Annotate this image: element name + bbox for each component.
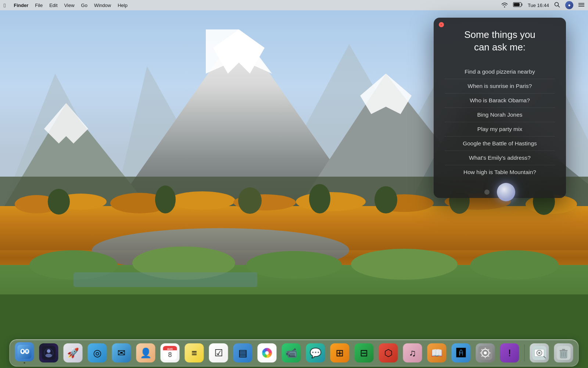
dock-item-launchpad[interactable]: 🚀 — [62, 342, 84, 364]
dock-item-facetime[interactable]: 📹 — [280, 342, 302, 364]
dock-icon-ibooks: 📖 — [427, 343, 447, 362]
dock-icon-prefs — [476, 343, 495, 362]
dock-icon-dashboard: ⊞ — [330, 343, 349, 362]
siri-title: Some things youcan ask me: — [464, 29, 535, 54]
siri-close-button[interactable]: × — [439, 22, 444, 27]
apple-menu[interactable]:  — [4, 2, 6, 8]
dock-icon-keynote: ⬡ — [379, 343, 398, 362]
svg-point-17 — [296, 192, 366, 211]
svg-point-24 — [309, 184, 330, 213]
siri-suggestion-3[interactable]: Bing Norah Jones — [445, 108, 555, 122]
dock-item-finder[interactable] — [14, 342, 36, 364]
dock-item-reminders[interactable]: ☑ — [208, 342, 230, 364]
svg-point-34 — [470, 250, 559, 280]
siri-suggestion-0[interactable]: Find a good pizzeria nearby — [445, 65, 555, 79]
view-menu[interactable]: View — [64, 3, 75, 8]
svg-rect-39 — [514, 3, 520, 6]
siri-suggestions: Find a good pizzeria nearbyWhen is sunri… — [445, 65, 555, 179]
svg-point-21 — [48, 189, 70, 215]
battery-icon[interactable] — [513, 2, 523, 8]
dock-item-dashboard[interactable]: ⊞ — [329, 342, 351, 364]
svg-line-79 — [482, 349, 482, 350]
user-icon[interactable]: ● — [565, 1, 573, 9]
svg-point-23 — [238, 187, 262, 214]
svg-point-55 — [46, 354, 52, 357]
siri-orb[interactable] — [497, 183, 515, 201]
siri-suggestion-7[interactable]: How high is Table Mountain? — [445, 165, 555, 179]
svg-text:8: 8 — [168, 351, 172, 358]
dock-item-keynote[interactable]: ⬡ — [377, 342, 399, 364]
edit-menu[interactable]: Edit — [49, 3, 57, 8]
siri-panel: × Some things youcan ask me: Find a good… — [434, 18, 566, 198]
dock-item-facetime2[interactable]: 💬 — [305, 342, 327, 364]
dock-separator — [524, 344, 525, 361]
dock-item-photos-album[interactable]: ▤ — [232, 342, 254, 364]
dock-icon-photos-album: ▤ — [233, 343, 252, 362]
svg-point-25 — [374, 186, 397, 213]
dock-icon-mail: ✉ — [112, 343, 131, 362]
siri-suggestion-5[interactable]: Google the Battle of Hastings — [445, 137, 555, 151]
dock-icon-contacts: 👤 — [136, 343, 155, 362]
dock-item-imageview[interactable] — [528, 342, 551, 364]
svg-rect-38 — [521, 4, 523, 6]
menubar-right: Tue 16:44 ● — [501, 1, 584, 9]
svg-line-41 — [558, 6, 560, 7]
dock-icon-facetime2: 💬 — [306, 343, 325, 362]
dock-icon-trash — [554, 343, 573, 362]
finder-menu[interactable]: Finder — [14, 3, 28, 8]
dock-icon-finder — [15, 342, 34, 361]
dock-icon-notes: ≡ — [185, 343, 204, 362]
siri-suggestion-1[interactable]: When is sunrise in Paris? — [445, 79, 555, 93]
go-menu[interactable]: Go — [81, 3, 87, 8]
svg-line-81 — [488, 349, 489, 350]
menubar:  Finder File Edit View Go Window Help — [0, 0, 588, 10]
dock-icon-reminders: ☑ — [209, 343, 228, 362]
dock-item-trash[interactable] — [553, 342, 575, 364]
dock-item-pa[interactable]: ! — [499, 342, 521, 364]
dock-item-photos[interactable] — [256, 342, 278, 364]
siri-suggestion-4[interactable]: Play my party mix — [445, 122, 555, 137]
dock-item-prefs[interactable] — [474, 342, 496, 364]
dock-item-ibooks[interactable]: 📖 — [426, 342, 448, 364]
dock-item-safari[interactable]: ◎ — [86, 342, 108, 364]
dock-item-calendar[interactable]: AUG 8 — [159, 342, 181, 364]
dock-icon-pa: ! — [500, 343, 519, 362]
dock-item-contacts[interactable]: 👤 — [135, 342, 157, 364]
svg-point-15 — [169, 191, 235, 210]
window-menu[interactable]: Window — [94, 3, 111, 8]
controlcenter-icon[interactable] — [578, 3, 584, 8]
dock-icon-itunes: ♫ — [403, 343, 422, 362]
dock-icon-imageview — [530, 343, 549, 362]
dock-item-numbers[interactable]: ⊟ — [353, 342, 375, 364]
clock[interactable]: Tue 16:44 — [528, 3, 549, 8]
file-menu[interactable]: File — [35, 3, 43, 8]
desktop:  Finder File Edit View Go Window Help — [0, 0, 588, 368]
dock-item-mail[interactable]: ✉ — [111, 342, 133, 364]
svg-point-73 — [484, 351, 487, 354]
dock-item-itunes[interactable]: ♫ — [402, 342, 424, 364]
svg-point-70 — [266, 351, 269, 354]
svg-rect-36 — [74, 272, 257, 287]
menubar-left:  Finder File Edit View Go Window Help — [4, 2, 501, 8]
svg-text:AUG: AUG — [167, 348, 173, 350]
wifi-icon[interactable] — [501, 2, 508, 8]
svg-point-85 — [538, 352, 541, 354]
siri-suggestion-6[interactable]: What's Emily's address? — [445, 151, 555, 165]
svg-point-22 — [155, 185, 176, 213]
help-menu[interactable]: Help — [118, 3, 128, 8]
dock-icon-calendar: AUG 8 — [161, 343, 180, 362]
dock-icon-facetime: 📹 — [282, 343, 301, 362]
svg-line-77 — [482, 356, 482, 356]
dock-item-appstore[interactable]: 🅰 — [450, 342, 472, 364]
siri-suggestion-2[interactable]: Who is Barack Obama? — [445, 93, 555, 108]
dock-container: 🚀◎✉👤 AUG 8 ≡☑▤ 📹💬⊞⊟⬡♫📖🅰 ! — [10, 339, 579, 367]
search-icon[interactable] — [554, 2, 560, 9]
dock-item-notes[interactable]: ≡ — [183, 342, 205, 364]
dock-icon-safari: ◎ — [88, 343, 107, 362]
svg-point-33 — [351, 249, 458, 280]
dock-item-siri[interactable] — [38, 342, 60, 364]
dock-icon-launchpad: 🚀 — [64, 343, 83, 362]
dock-icon-photos — [258, 343, 277, 362]
svg-rect-90 — [562, 349, 565, 350]
svg-point-32 — [246, 251, 342, 279]
